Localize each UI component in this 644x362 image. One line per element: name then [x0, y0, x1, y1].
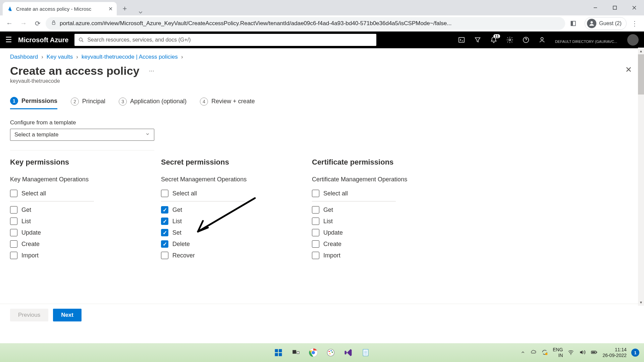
perm-checkbox-get[interactable]: Get: [312, 204, 426, 216]
more-icon[interactable]: ⋯: [149, 68, 155, 74]
new-tab-button[interactable]: +: [119, 3, 131, 15]
svg-point-33: [571, 354, 571, 355]
divider: [10, 201, 94, 201]
visual-studio-icon[interactable]: [342, 347, 354, 359]
taskbar-pinned: [272, 347, 372, 359]
notification-center-badge[interactable]: 1: [631, 349, 639, 357]
close-window-icon[interactable]: [625, 0, 644, 15]
kebab-menu-icon[interactable]: ⋮: [629, 17, 641, 29]
chrome-icon[interactable]: [307, 347, 319, 359]
tray-chevron-icon[interactable]: [521, 350, 525, 356]
azure-search-input[interactable]: Search resources, services, and docs (G+…: [74, 34, 376, 46]
page-title: Create an access policy: [10, 64, 140, 77]
template-select[interactable]: Select a template: [10, 129, 154, 141]
wizard-tabs: 1Permissions2Principal3Application (opti…: [0, 87, 644, 109]
notepad-icon[interactable]: [360, 347, 372, 359]
svg-rect-35: [597, 352, 597, 353]
update-icon[interactable]: [541, 349, 548, 357]
cloud-shell-icon[interactable]: [458, 36, 465, 44]
checkbox-icon: [161, 252, 168, 259]
breadcrumb-dashboard[interactable]: Dashboard: [10, 54, 38, 60]
wizard-tab-application-optional-[interactable]: 3Application (optional): [119, 97, 186, 109]
close-tab-icon[interactable]: ✕: [108, 6, 113, 12]
perm-checkbox-recover[interactable]: Recover: [161, 250, 275, 261]
notifications-icon[interactable]: 11: [490, 36, 497, 44]
task-view-icon[interactable]: [290, 347, 302, 359]
browser-tab[interactable]: Create an access policy - Microsc ✕: [3, 2, 117, 15]
checkbox-icon: [312, 190, 319, 197]
breadcrumb: Dashboard › Key vaults › keyvault-thetru…: [0, 48, 644, 63]
divider: [312, 201, 396, 201]
checkbox-label: Select all: [21, 190, 46, 197]
select-all-checkbox[interactable]: Select all: [312, 188, 426, 199]
svg-rect-16: [279, 349, 282, 352]
back-button[interactable]: ←: [3, 17, 15, 29]
chevron-right-icon: ›: [41, 54, 43, 60]
azure-brand[interactable]: Microsoft Azure: [18, 36, 68, 44]
perm-checkbox-update[interactable]: Update: [312, 227, 426, 238]
perm-checkbox-list[interactable]: List: [10, 216, 124, 227]
svg-point-7: [591, 21, 593, 23]
next-button[interactable]: Next: [53, 309, 82, 321]
step-label: Permissions: [21, 98, 57, 105]
perm-checkbox-list[interactable]: List: [312, 216, 426, 227]
clock[interactable]: 11:14 26-09-2022: [602, 347, 627, 359]
paint-icon[interactable]: [325, 347, 337, 359]
wizard-tab-review-create[interactable]: 4Review + create: [200, 97, 255, 109]
account-info[interactable]: DEFAULT DIRECTORY (GAURAVC...: [555, 36, 617, 44]
scrollbar-thumb[interactable]: [638, 54, 644, 95]
maximize-icon[interactable]: [605, 0, 625, 15]
onedrive-icon[interactable]: [530, 349, 537, 357]
help-icon[interactable]: [522, 36, 530, 44]
perm-checkbox-import[interactable]: Import: [10, 250, 124, 261]
language-indicator[interactable]: ENG IN: [553, 347, 563, 359]
account-avatar[interactable]: [627, 34, 639, 46]
reload-button[interactable]: ⟳: [32, 17, 44, 29]
minimize-icon[interactable]: [586, 0, 605, 15]
annotation-arrow: [188, 195, 262, 240]
scroll-down-icon[interactable]: ▾: [638, 299, 644, 306]
battery-icon[interactable]: [590, 349, 598, 357]
perm-subtitle: Certificate Management Operations: [312, 176, 426, 183]
search-icon: [78, 37, 84, 43]
wifi-icon[interactable]: [568, 349, 574, 357]
wizard-tab-principal[interactable]: 2Principal: [71, 97, 105, 109]
select-all-checkbox[interactable]: Select all: [10, 188, 124, 199]
system-tray: ENG IN 11:14 26-09-2022 1: [521, 347, 644, 359]
start-icon[interactable]: [272, 347, 284, 359]
perm-checkbox-import[interactable]: Import: [312, 250, 426, 261]
azure-favicon-icon: [7, 6, 13, 12]
volume-icon[interactable]: [579, 349, 586, 357]
svg-point-23: [327, 349, 334, 356]
filter-icon[interactable]: [474, 36, 481, 44]
perm-checkbox-create[interactable]: Create: [10, 238, 124, 250]
forward-button[interactable]: →: [17, 17, 30, 29]
guest-label: Guest (2): [599, 20, 622, 26]
scroll-up-icon[interactable]: ▴: [638, 48, 644, 54]
hamburger-icon[interactable]: ☰: [5, 36, 12, 44]
breadcrumb-keyvaults[interactable]: Key vaults: [47, 54, 73, 60]
reader-mode-icon[interactable]: [567, 17, 579, 29]
perm-checkbox-get[interactable]: Get: [10, 204, 124, 216]
tab-search-icon[interactable]: [131, 9, 150, 15]
feedback-icon[interactable]: [538, 36, 546, 44]
svg-point-27: [329, 353, 331, 355]
wizard-tab-permissions[interactable]: 1Permissions: [10, 97, 57, 109]
perm-title: Key permissions: [10, 158, 124, 167]
checkbox-icon: [161, 190, 168, 197]
previous-button[interactable]: Previous: [10, 309, 48, 321]
perm-checkbox-update[interactable]: Update: [10, 227, 124, 238]
svg-point-32: [545, 353, 548, 355]
checkbox-icon: [312, 229, 319, 236]
perm-checkbox-delete[interactable]: Delete: [161, 238, 275, 250]
checkbox-icon: [10, 229, 17, 236]
close-blade-icon[interactable]: ✕: [625, 65, 632, 74]
address-bar[interactable]: portal.azure.com/#view/Microsoft_Azure_K…: [46, 17, 565, 30]
perm-checkbox-create[interactable]: Create: [312, 238, 426, 250]
svg-rect-1: [613, 6, 616, 9]
breadcrumb-access-policies[interactable]: keyvault-thetruecode | Access policies: [82, 54, 178, 60]
profile-button[interactable]: Guest (2): [585, 17, 627, 30]
settings-icon[interactable]: [506, 36, 514, 44]
checkbox-label: Set: [172, 229, 181, 236]
checkbox-label: Create: [323, 241, 341, 248]
